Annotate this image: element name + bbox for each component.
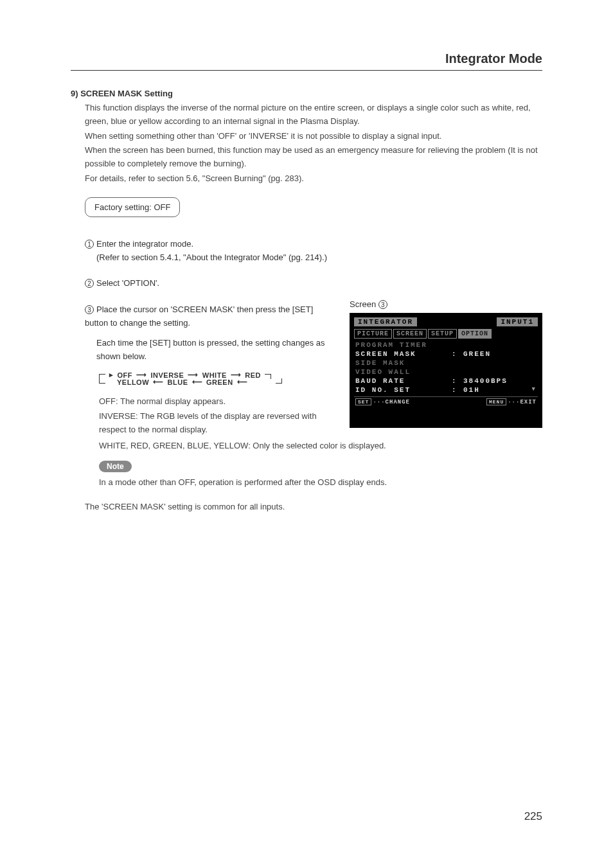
cycle-hook-icon [265, 374, 271, 379]
arrow-left-icon: ⟵ [192, 378, 203, 386]
footnote: The 'SCREEN MASK' setting is common for … [85, 500, 542, 514]
osd-row-label: SCREEN MASK [355, 350, 452, 358]
osd-tab-screen: SCREEN [393, 329, 427, 339]
section-number: 9) [71, 89, 78, 98]
osd-divider [354, 396, 538, 397]
osd-key-set: SET [355, 398, 371, 405]
screen-caption: Screen 3 [350, 299, 542, 309]
osd-row: PROGRAM TIMER [354, 341, 538, 350]
step-2: 2Select 'OPTION'. [85, 277, 542, 290]
osd-title-left: INTEGRATOR [354, 317, 417, 326]
cycle-diagram: ▸ OFF ⟶ INVERSE ⟶ WHITE ⟶ RED YELLOW ⟵ B… [99, 371, 330, 386]
intro-line: For details, refer to section 5.6, "Scre… [85, 172, 542, 186]
factory-setting-box: Factory setting: OFF [85, 197, 180, 217]
note-badge: Note [99, 461, 132, 472]
osd-row: ID NO. SET:01H▼ [354, 385, 538, 394]
page-header: Integrator Mode [71, 51, 542, 71]
osd-row-label: VIDEO WALL [355, 368, 452, 376]
osd-row-value [463, 341, 537, 349]
osd-screenshot: INTEGRATOR INPUT1 PICTURE SCREEN SETUP O… [350, 313, 542, 428]
osd-row: SCREEN MASK:GREEN [354, 350, 538, 359]
osd-row-colon: : [452, 350, 463, 358]
osd-row-value: GREEN [463, 350, 537, 358]
osd-row: SIDE MASK [354, 359, 538, 368]
screen-label-text: Screen [350, 299, 378, 309]
intro-line: This function displays the inverse of th… [85, 102, 542, 128]
step-1: 1Enter the integrator mode. (Refer to se… [85, 238, 542, 265]
cycle-hook-icon [276, 378, 282, 384]
explain-inverse: INVERSE: The RGB levels of the display a… [99, 410, 330, 437]
osd-title-right: INPUT1 [497, 317, 538, 326]
step-subtext: Each time the [SET] button is pressed, t… [96, 337, 330, 364]
step-3: 3Place the cursor on 'SCREEN MASK' then … [85, 303, 330, 363]
osd-row-label: SIDE MASK [355, 359, 452, 367]
osd-footer: SET···CHANGE MENU···EXIT [354, 399, 538, 405]
osd-tabs: PICTURE SCREEN SETUP OPTION [354, 329, 538, 339]
note-text: In a mode other than OFF, operation is p… [99, 476, 542, 490]
osd-row: VIDEO WALL [354, 368, 538, 376]
step-number-icon: 2 [85, 279, 94, 288]
intro-block: This function displays the inverse of th… [85, 102, 542, 186]
osd-tab-setup: SETUP [428, 329, 457, 339]
step-number-icon: 3 [378, 300, 387, 309]
osd-row: BAUD RATE:38400BPS [354, 376, 538, 385]
arrow-left-icon: ⟵ [237, 378, 248, 386]
osd-row-value: 38400BPS [463, 377, 537, 385]
explain-colors-text: WHITE, RED, GREEN, BLUE, YELLOW: Only th… [99, 439, 542, 453]
osd-row-value: 01H [463, 386, 532, 394]
section-title-text: SCREEN MASK Setting [80, 89, 173, 98]
intro-line: When the screen has been burned, this fu… [85, 144, 542, 171]
osd-row-colon [452, 341, 463, 349]
explanation-block: OFF: The normal display appears. INVERSE… [99, 395, 330, 436]
osd-footer-right: ···EXIT [508, 399, 537, 405]
explain-colors: WHITE, RED, GREEN, BLUE, YELLOW: Only th… [99, 439, 542, 453]
osd-key-menu: MENU [486, 398, 506, 405]
step-subtext: (Refer to section 5.4.1, "About the Inte… [96, 251, 542, 265]
osd-row-colon [452, 359, 463, 367]
intro-line: When setting something other than 'OFF' … [85, 130, 542, 143]
arrow-left-icon: ⟵ [153, 378, 164, 386]
step-text: Enter the integrator mode. [96, 239, 193, 249]
step-number-icon: 1 [85, 240, 94, 249]
osd-row-colon [452, 368, 463, 376]
osd-tab-picture: PICTURE [354, 329, 392, 339]
osd-row-value [463, 359, 537, 367]
step-number-icon: 3 [85, 305, 94, 314]
osd-row-value [463, 368, 537, 376]
page-number: 225 [524, 810, 542, 823]
osd-row-label: BAUD RATE [355, 377, 452, 385]
osd-row-label: ID NO. SET [355, 386, 452, 394]
osd-row-label: PROGRAM TIMER [355, 341, 452, 349]
cycle-item: BLUE [168, 378, 188, 386]
arrow-right-icon: ▸ [109, 371, 114, 379]
osd-row-colon: : [452, 386, 463, 394]
arrow-down-icon: ▼ [532, 386, 537, 394]
osd-tab-option: OPTION [458, 329, 492, 339]
cycle-item: YELLOW [117, 378, 149, 386]
explain-off: OFF: The normal display appears. [99, 395, 330, 409]
step-text: Place the cursor on 'SCREEN MASK' then p… [85, 305, 313, 328]
step-text: Select 'OPTION'. [96, 278, 159, 288]
section-heading: 9) SCREEN MASK Setting [71, 89, 542, 98]
cycle-item: GREEN [206, 378, 233, 386]
osd-row-colon: : [452, 377, 463, 385]
note-text-line: In a mode other than OFF, operation is p… [99, 476, 542, 490]
footnote-text: The 'SCREEN MASK' setting is common for … [85, 500, 542, 514]
osd-footer-left: ···CHANGE [373, 399, 410, 405]
cycle-hook-icon [99, 378, 105, 384]
